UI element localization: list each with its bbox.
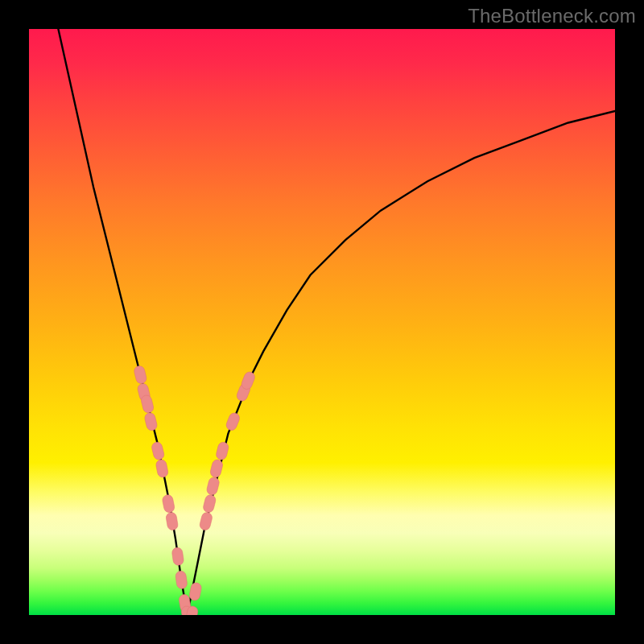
bottleneck-curve — [58, 29, 615, 615]
marker-point — [133, 365, 147, 384]
marker-point — [162, 494, 175, 514]
plot-area — [29, 29, 615, 615]
chart-frame: TheBottleneck.com — [0, 0, 644, 644]
marker-point — [188, 582, 202, 601]
marker-point — [151, 441, 165, 460]
marker-point — [225, 411, 241, 431]
marker-point — [209, 459, 224, 478]
marker-point — [202, 493, 217, 513]
marker-point — [206, 477, 221, 496]
marker-point — [171, 547, 184, 566]
marker-point — [215, 441, 229, 460]
curve-right-branch — [188, 111, 615, 615]
curve-layer — [29, 29, 615, 615]
marker-point — [143, 412, 158, 431]
marker-point — [155, 459, 169, 478]
marker-point — [165, 512, 178, 531]
marker-point — [199, 511, 213, 530]
marker-point — [140, 394, 155, 414]
watermark-text: TheBottleneck.com — [468, 5, 636, 27]
marker-point — [175, 571, 188, 590]
